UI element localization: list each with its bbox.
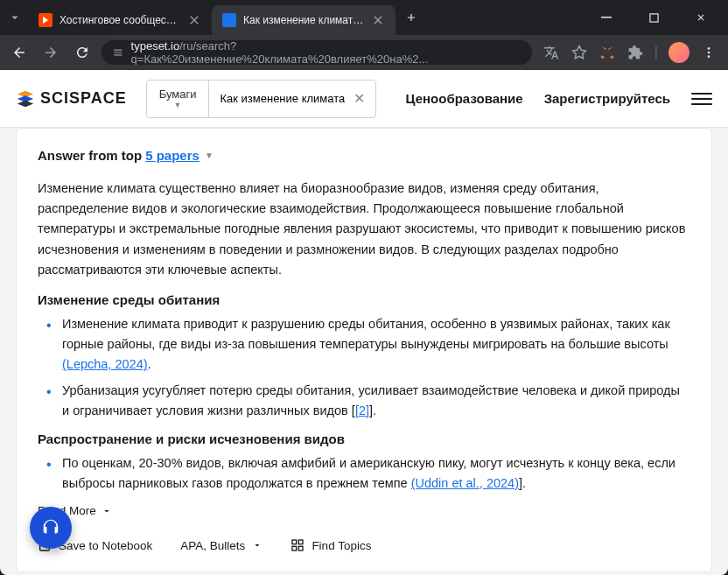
reload-button[interactable] <box>70 40 94 65</box>
scispace-logo[interactable]: SCISPACE <box>16 89 127 109</box>
card-footer: Save to Notebook APA, Bullets Find Topic… <box>38 538 690 552</box>
answer-card: Answer from top 5 papers ▼ Изменение кли… <box>16 128 712 572</box>
minimize-button[interactable] <box>586 4 626 32</box>
chevron-down-icon <box>102 506 112 516</box>
format-dropdown[interactable]: APA, Bullets <box>180 539 262 552</box>
svg-rect-0 <box>601 17 612 18</box>
caret-down-icon: ▼ <box>174 101 182 109</box>
citation-link[interactable]: (Uddin et al., 2024) <box>411 476 519 490</box>
list-item: Изменение климата приводит к разрушению … <box>38 314 690 375</box>
tab-title: Как изменение климата влияе <box>243 14 364 26</box>
close-icon[interactable] <box>187 13 201 27</box>
nav-signup[interactable]: Зарегистрируйтесь <box>544 91 670 106</box>
favicon-icon <box>222 13 236 27</box>
section-heading: Распространение и риски исчезновения вид… <box>38 431 690 446</box>
page-content: SCISPACE Бумаги ▼ ✕ Ценообразование Заре… <box>0 70 728 575</box>
clear-search-icon[interactable]: ✕ <box>354 90 365 107</box>
address-bar[interactable]: typeset.io/ru/search?q=Как%20изменение%2… <box>102 40 532 65</box>
svg-point-4 <box>708 55 710 58</box>
find-topics-button[interactable]: Find Topics <box>290 538 371 552</box>
url-text: typeset.io/ru/search?q=Как%20изменение%2… <box>131 40 522 65</box>
caret-down-icon[interactable]: ▼ <box>205 151 214 160</box>
maximize-button[interactable] <box>634 4 674 32</box>
topics-icon <box>290 538 304 552</box>
window-controls <box>586 4 721 32</box>
translate-icon[interactable] <box>539 40 564 65</box>
back-button[interactable] <box>7 40 32 65</box>
answer-intro: Изменение климата существенно влияет на … <box>38 179 690 280</box>
svg-rect-8 <box>292 540 297 544</box>
forward-button[interactable] <box>38 40 63 65</box>
menu-button[interactable] <box>691 88 712 109</box>
star-icon[interactable] <box>567 40 592 65</box>
tab-title: Хостинговое сообщество «Tim <box>60 14 180 26</box>
citation-link[interactable]: [2] <box>355 403 369 417</box>
browser-tab-2[interactable]: Как изменение климата влияе <box>212 5 396 35</box>
profile-avatar[interactable] <box>668 42 690 63</box>
citation-link[interactable]: (Lepcha, 2024) <box>62 357 148 371</box>
new-tab-button[interactable] <box>399 5 424 30</box>
bullet-list: По оценкам, 20-30% видов, включая амфиби… <box>38 453 690 494</box>
section-heading: Изменение среды обитания <box>38 292 690 307</box>
search-input[interactable] <box>220 92 354 105</box>
svg-rect-11 <box>299 547 304 551</box>
chevron-down-icon[interactable] <box>7 10 23 25</box>
papers-count-link[interactable]: 5 papers <box>145 148 200 163</box>
browser-menu-button[interactable] <box>696 40 721 65</box>
close-window-button[interactable] <box>681 4 721 32</box>
close-icon[interactable] <box>371 13 385 27</box>
answer-header: Answer from top 5 papers ▼ <box>38 148 690 163</box>
site-settings-icon <box>112 46 124 59</box>
headset-icon <box>41 518 60 537</box>
list-item: Урбанизация усугубляет потерю среды обит… <box>38 381 690 421</box>
search-input-wrap: ✕ <box>209 81 375 117</box>
logo-icon <box>16 89 35 109</box>
list-item: По оценкам, 20-30% видов, включая амфиби… <box>38 453 690 494</box>
metamask-icon[interactable] <box>595 40 620 65</box>
chat-fab[interactable] <box>30 507 72 549</box>
nav-pricing[interactable]: Ценообразование <box>406 91 523 106</box>
browser-titlebar: Хостинговое сообщество «Tim Как изменени… <box>0 0 728 35</box>
favicon-icon <box>38 13 52 27</box>
svg-rect-10 <box>292 547 297 551</box>
bullet-list: Изменение климата приводит к разрушению … <box>38 314 690 421</box>
read-more-button[interactable]: Read More <box>38 504 690 517</box>
app-header: SCISPACE Бумаги ▼ ✕ Ценообразование Заре… <box>0 70 728 128</box>
chevron-down-icon <box>252 540 262 550</box>
browser-tab-1[interactable]: Хостинговое сообщество «Tim <box>28 5 212 35</box>
search-type-dropdown[interactable]: Бумаги ▼ <box>147 81 210 117</box>
extensions-icon[interactable] <box>623 40 648 65</box>
browser-toolbar: typeset.io/ru/search?q=Как%20изменение%2… <box>0 35 728 70</box>
svg-rect-9 <box>299 540 304 544</box>
search-group: Бумаги ▼ ✕ <box>146 80 377 118</box>
svg-point-2 <box>708 47 710 50</box>
svg-point-3 <box>708 52 710 54</box>
tab-strip: Хостинговое сообщество «Tim Как изменени… <box>28 0 586 35</box>
svg-rect-1 <box>649 13 657 21</box>
